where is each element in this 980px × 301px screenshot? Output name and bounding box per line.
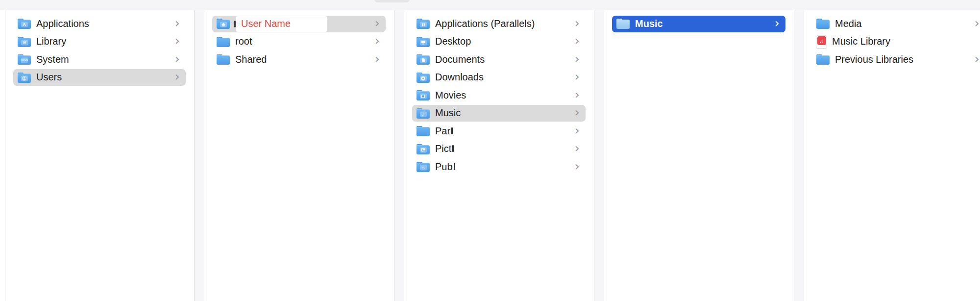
file-row-inner: Media› (812, 16, 980, 32)
chevron-right-icon: › (375, 36, 380, 48)
chevron-right-icon: › (575, 36, 580, 48)
file-label: Shared (235, 54, 267, 65)
file-row-user-name[interactable]: User Name› (204, 15, 394, 33)
finder-column-1: AApplications›Library›macOSSystem›Users› (5, 10, 194, 301)
system-folder-icon: macOS (18, 54, 31, 65)
file-row-inner: macOSSystem› (13, 51, 186, 68)
file-row-downloads[interactable]: Downloads› (404, 69, 594, 87)
file-row-media[interactable]: Media› (804, 15, 980, 33)
chevron-right-icon: › (175, 72, 180, 83)
music-folder-icon: ♪ (416, 108, 430, 119)
file-label: Movies (435, 90, 466, 101)
file-row-inner: Movies› (412, 87, 586, 104)
file-row-par[interactable]: Par› (404, 122, 594, 140)
music-library-file-icon: ♫ (816, 36, 827, 48)
chevron-right-icon: › (575, 125, 580, 137)
column-resize-divider[interactable] (594, 10, 604, 301)
finder-column-3: Applications (Parallels)›Desktop›Documen… (404, 10, 594, 301)
file-label: Applications (Parallels) (435, 19, 535, 29)
file-row-inner: AApplications› (13, 16, 186, 32)
file-row-documents[interactable]: Documents› (404, 50, 594, 69)
folder-icon (217, 54, 230, 65)
chevron-right-icon: › (175, 36, 180, 48)
file-row-music[interactable]: Music› (604, 15, 794, 33)
clipped-letter-sliver (452, 145, 454, 152)
file-row-inner: Library› (13, 33, 186, 50)
clipped-letter-sliver (454, 163, 455, 170)
file-label: Users (36, 72, 62, 83)
file-row-music-library[interactable]: ♫Music Library (804, 33, 980, 51)
column-view: AApplications›Library›macOSSystem›Users›… (0, 10, 980, 301)
chevron-right-icon: › (575, 143, 580, 155)
file-row-inner: Par› (412, 123, 586, 140)
file-row-inner: Applications (Parallels)› (412, 16, 586, 32)
hidden-text-remnant (234, 21, 236, 27)
folder-icon (217, 37, 230, 47)
column-resize-divider[interactable] (794, 10, 804, 301)
file-row-applications[interactable]: AApplications› (5, 15, 194, 33)
file-label: Downloads (435, 72, 484, 83)
public-folder-icon: ◇ (416, 162, 430, 172)
file-row-inner: Shared› (212, 51, 386, 68)
file-row-users[interactable]: Users› (5, 69, 194, 87)
file-row-shared[interactable]: Shared› (204, 50, 394, 69)
library-folder-icon (18, 37, 31, 47)
chevron-right-icon: › (975, 54, 980, 66)
pictures-folder-icon (416, 144, 430, 154)
file-label: Music (435, 108, 461, 119)
file-label: Previous Libraries (835, 54, 913, 65)
file-row-root[interactable]: root› (204, 33, 394, 51)
movies-folder-icon (416, 90, 430, 100)
folder-icon (616, 19, 630, 29)
file-row-inner: Pict› (412, 141, 586, 157)
file-label: Pict (435, 144, 451, 154)
file-row-inner: Documents› (412, 51, 586, 68)
toolbar-tab-remnant (375, 0, 409, 2)
file-label: Applications (36, 19, 89, 29)
chevron-right-icon: › (975, 18, 980, 30)
file-label: System (36, 54, 69, 65)
file-row-inner: ◇Pub› (412, 159, 586, 176)
file-row-pict[interactable]: Pict› (404, 140, 594, 158)
home-folder-icon (217, 19, 230, 29)
file-row-inner: Desktop› (412, 33, 586, 50)
file-row-previous-libraries[interactable]: Previous Libraries› (804, 50, 980, 69)
users-folder-icon (18, 73, 31, 83)
file-label: Pub (435, 162, 453, 173)
window-left-edge (0, 10, 5, 301)
file-row-inner: User Name› (212, 16, 386, 32)
toolbar-strip (0, 0, 980, 10)
file-row-system[interactable]: macOSSystem› (5, 50, 194, 69)
file-row-inner: Users› (13, 69, 186, 86)
desktop-folder-icon (416, 37, 430, 47)
file-row-movies[interactable]: Movies› (404, 86, 594, 104)
folder-icon (816, 19, 830, 29)
parallels-apps-folder-icon (416, 19, 430, 29)
column-resize-divider[interactable] (194, 10, 204, 301)
finder-column-5: Media›♫Music LibraryPrevious Libraries› (804, 10, 980, 301)
finder-column-4: Music› (604, 10, 794, 301)
file-row-inner: ♪Music› (412, 105, 586, 122)
chevron-right-icon: › (575, 54, 580, 66)
file-row-applications-parallels[interactable]: Applications (Parallels)› (404, 15, 594, 33)
chevron-right-icon: › (575, 161, 580, 173)
file-row-music[interactable]: ♪Music› (404, 104, 594, 123)
file-row-desktop[interactable]: Desktop› (404, 33, 594, 51)
chevron-right-icon: › (575, 18, 580, 30)
documents-folder-icon (416, 54, 430, 65)
chevron-right-icon: › (375, 54, 380, 66)
file-label: Documents (435, 54, 485, 65)
column-resize-divider[interactable] (394, 10, 404, 301)
redacted-username-overlay: User Name (236, 16, 327, 32)
file-label: Music (635, 19, 663, 29)
file-row-pub[interactable]: ◇Pub› (404, 158, 594, 176)
clipped-letter-sliver (451, 127, 453, 134)
file-label: Media (835, 19, 861, 29)
chevron-right-icon: › (575, 90, 580, 101)
file-row-library[interactable]: Library› (5, 33, 194, 51)
applications-folder-icon: A (18, 19, 31, 29)
file-row-inner: Downloads› (412, 69, 586, 86)
chevron-right-icon: › (375, 18, 380, 30)
chevron-right-icon: › (575, 107, 580, 119)
file-row-inner: ♫Music Library (812, 33, 980, 50)
